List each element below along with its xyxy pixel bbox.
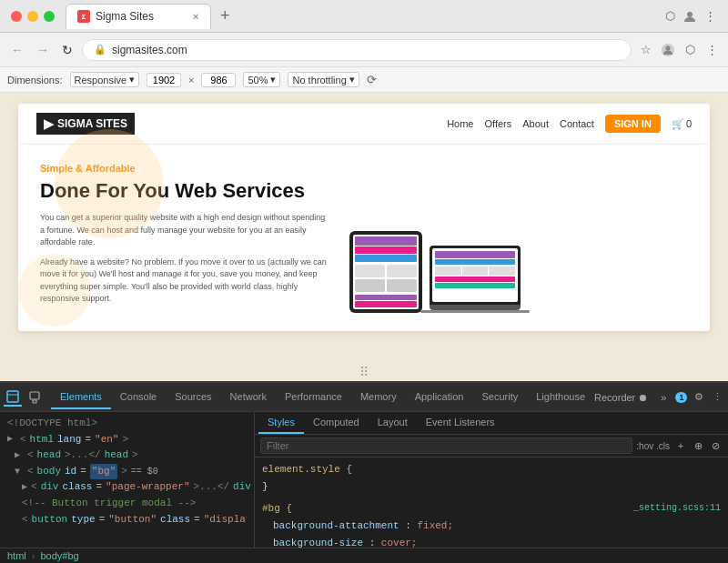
dimensions-label: Dimensions:: [7, 75, 63, 85]
cast-icon[interactable]: ⬡: [662, 9, 677, 24]
notification-badge: 1: [675, 392, 687, 403]
status-bar: html › body#bg: [0, 548, 728, 563]
inspect-icon[interactable]: [4, 388, 22, 407]
title-bar: Σ Sigma Sites ✕ + ⬡ ⋮: [0, 0, 728, 33]
signin-button[interactable]: SIGN IN: [605, 115, 661, 133]
devtools-panel: Elements Console Sources Network Perform…: [0, 381, 728, 563]
styles-tab-styles[interactable]: Styles: [258, 412, 304, 434]
minimize-button[interactable]: [27, 11, 38, 22]
resize-handle[interactable]: ⠿: [359, 365, 369, 379]
bookmark-icon[interactable]: ☆: [637, 41, 655, 59]
settings-icon[interactable]: ⚙: [693, 389, 705, 405]
nav-offers[interactable]: Offers: [484, 118, 511, 129]
expand-icon[interactable]: ▶: [7, 432, 16, 447]
filter-icons: + ⊕ ⊘: [673, 438, 723, 453]
throttle-value: No throttling: [292, 75, 346, 85]
nav-about[interactable]: About: [522, 118, 549, 129]
expand-icon[interactable]: ▶: [15, 448, 24, 463]
tab-performance[interactable]: Performance: [276, 386, 351, 409]
toggle-style-icon[interactable]: ⊘: [708, 438, 723, 453]
devtools-more-button[interactable]: »: [657, 388, 670, 407]
status-html-tag[interactable]: html: [7, 550, 26, 561]
pseudo-class-button[interactable]: :hov .cls: [636, 441, 670, 451]
collapse-icon[interactable]: ▼: [15, 465, 24, 479]
tab-console[interactable]: Console: [111, 386, 166, 409]
close-button[interactable]: [11, 11, 22, 22]
tab-sources[interactable]: Sources: [166, 386, 220, 409]
recorder-button[interactable]: Recorder ⏺: [594, 392, 648, 403]
filter-input[interactable]: [260, 437, 632, 454]
device-icon[interactable]: [25, 388, 44, 407]
styles-tab-layout[interactable]: Layout: [369, 412, 417, 434]
new-tab-button[interactable]: +: [215, 5, 236, 27]
styles-tab-event-listeners[interactable]: Event Listeners: [417, 412, 504, 434]
bg-attach-prop: background-attachment: [273, 520, 399, 531]
zoom-arrow-icon: ▾: [270, 74, 276, 85]
tab-favicon: Σ: [77, 10, 90, 23]
menu-icon[interactable]: ⋮: [703, 9, 717, 24]
devtools-side-icons: [4, 388, 44, 407]
css-source[interactable]: _setting.scss:11: [633, 500, 721, 518]
user-icon[interactable]: [682, 9, 697, 24]
styles-filter-bar: :hov .cls + ⊕ ⊘: [255, 435, 728, 457]
rotate-icon[interactable]: ⟳: [367, 73, 377, 86]
height-input[interactable]: [201, 73, 236, 87]
width-input[interactable]: [147, 73, 181, 87]
laptop-stand: [420, 310, 530, 313]
back-button[interactable]: ←: [7, 39, 27, 61]
bg-attach-val: fixed;: [417, 520, 453, 531]
styles-content: element.style { } #bg { _setting.scss:11…: [255, 457, 728, 548]
html-line-doctype: <!DOCTYPE html>: [7, 416, 247, 432]
cart-icon[interactable]: 🛒 0: [672, 118, 692, 130]
dimension-separator: ×: [188, 75, 194, 85]
tablet-screen: [353, 235, 419, 309]
svg-rect-6: [33, 400, 36, 403]
bg-rule: #bg { _setting.scss:11 background-attach…: [262, 500, 721, 548]
devtools-menu-icon[interactable]: ⋮: [711, 389, 724, 405]
tab-application[interactable]: Application: [406, 386, 473, 409]
reload-button[interactable]: ↻: [58, 39, 76, 61]
tab-close-button[interactable]: ✕: [192, 12, 199, 22]
maximize-button[interactable]: [44, 11, 55, 22]
dimensions-dropdown[interactable]: Responsive ▾: [70, 72, 139, 87]
profile-icon[interactable]: [659, 41, 677, 59]
dimensions-value: Responsive: [75, 75, 126, 85]
tab-bar: Σ Sigma Sites ✕ +: [66, 4, 662, 29]
svg-rect-3: [7, 391, 18, 402]
more-icon[interactable]: ⋮: [703, 41, 721, 59]
dropdown-arrow-icon: ▾: [129, 74, 135, 85]
tab-memory[interactable]: Memory: [351, 386, 406, 409]
forward-button[interactable]: →: [33, 39, 53, 61]
html-line-body[interactable]: ▼ <body id="bg" > == $0: [15, 464, 247, 480]
expand-icon[interactable]: ▶: [22, 480, 27, 495]
logo-text: SIGMA SITES: [57, 117, 127, 130]
site-devices: [349, 172, 521, 313]
cart-count: 0: [686, 118, 692, 129]
address-bar[interactable]: 🔒 sigmasites.com: [82, 39, 632, 61]
add-style-icon[interactable]: +: [673, 438, 688, 453]
status-body-tag[interactable]: body#bg: [40, 550, 78, 561]
tab-network[interactable]: Network: [221, 386, 276, 409]
extension-icon[interactable]: ⬡: [681, 41, 699, 59]
devtools-right-icons: Recorder ⏺ » 1 ⚙ ⋮ ✕: [594, 388, 728, 407]
bg-size-prop: background-size: [273, 538, 363, 548]
svg-point-0: [687, 12, 693, 17]
tab-security[interactable]: Security: [472, 386, 527, 409]
nav-right-icons: ☆ ⬡ ⋮: [637, 41, 721, 59]
tablet-illustration: [349, 231, 422, 313]
nav-contact[interactable]: Contact: [560, 118, 594, 129]
inspect-style-icon[interactable]: ⊕: [691, 438, 705, 453]
html-line-div: ▶ <div class="page-wrapper" >...</div>: [22, 479, 247, 496]
html-line-html: ▶ <html lang="en" >: [7, 432, 247, 448]
zoom-dropdown[interactable]: 50% ▾: [243, 72, 280, 87]
tab-lighthouse[interactable]: Lighthouse: [527, 386, 594, 409]
nav-home[interactable]: Home: [447, 118, 473, 129]
throttle-dropdown[interactable]: No throttling ▾: [288, 72, 359, 87]
styles-tab-bar: Styles Computed Layout Event Listeners: [255, 412, 728, 435]
browser-frame: Σ Sigma Sites ✕ + ⬡ ⋮ ← → ↻ 🔒 sigmasites…: [0, 0, 728, 563]
element-style-selector: element.style {: [262, 464, 352, 475]
styles-tab-computed[interactable]: Computed: [304, 412, 369, 434]
styles-panel: Styles Computed Layout Event Listeners :…: [255, 412, 728, 548]
active-tab[interactable]: Σ Sigma Sites ✕: [66, 4, 211, 29]
tab-elements[interactable]: Elements: [51, 386, 111, 409]
